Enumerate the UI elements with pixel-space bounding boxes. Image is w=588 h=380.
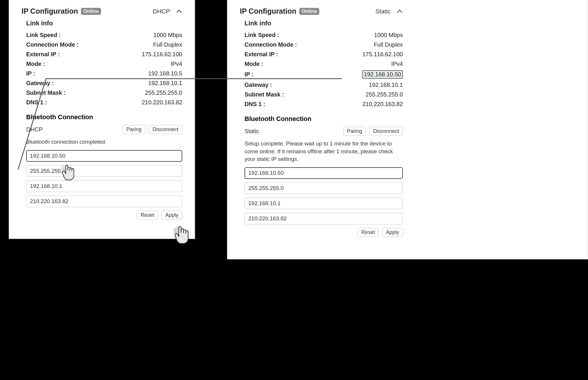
external-ip-value: 175.116.62.100: [362, 51, 403, 58]
external-ip-row: External IP : 175.116.62.100: [26, 51, 182, 58]
link-info-heading: Link info: [245, 20, 403, 27]
link-speed-row: Link Speed : 1000 Mbps: [245, 32, 403, 38]
bluetooth-heading: Bluetooth Connection: [26, 113, 182, 121]
gateway-input[interactable]: [245, 198, 403, 209]
mode-value: IPv4: [391, 61, 403, 67]
disconnect-button[interactable]: Disconnect: [369, 127, 403, 136]
subnet-input[interactable]: [245, 182, 403, 194]
mode-row: Mode : IPv4: [26, 61, 182, 67]
dns1-value: 210.220.163.82: [142, 99, 182, 106]
subnet-label: Subnet Mask :: [26, 89, 66, 96]
ip-label: IP :: [245, 71, 254, 78]
dns1-label: DNS 1 :: [26, 99, 47, 106]
connection-mode-row: Connection Mode : Full Duplex: [26, 41, 182, 48]
dns-input[interactable]: [26, 196, 182, 207]
link-info-heading: Link info: [26, 20, 182, 27]
bluetooth-mode-label: DHCP: [26, 126, 43, 133]
subnet-input[interactable]: [26, 165, 182, 177]
external-ip-label: External IP :: [26, 51, 60, 58]
mode-value: IPv4: [171, 61, 182, 67]
dns1-row: DNS 1 : 210.220.163.82: [26, 99, 182, 106]
link-speed-row: Link Speed : 1000 Mbps: [26, 32, 182, 38]
gateway-row: Gateway : 192.168.10.1: [26, 80, 182, 87]
subnet-row: Subnet Mask : 255.255.255.0: [26, 89, 182, 96]
gateway-row: Gateway : 192.168.10.1: [245, 82, 403, 88]
gateway-value: 192.168.10.1: [148, 80, 182, 87]
ip-input[interactable]: [245, 167, 403, 179]
gateway-input[interactable]: [26, 180, 182, 192]
svg-point-1: [174, 227, 182, 235]
ip-value: 192.168.10.5: [148, 70, 182, 77]
ip-value-highlighted: 192.168.10.50: [362, 70, 403, 79]
connection-mode-value: Full Duplex: [153, 41, 182, 48]
bluetooth-mode-label: Static: [245, 128, 259, 135]
ip-config-panel-static: IP Configuration Online Static Link info…: [227, 0, 588, 259]
mode-label: Mode :: [245, 61, 263, 67]
ip-row: IP : 192.168.10.50: [245, 70, 403, 79]
connection-mode-label: Connection Mode :: [245, 41, 297, 48]
apply-button[interactable]: Apply: [162, 211, 182, 220]
gateway-label: Gateway :: [245, 82, 272, 88]
dns1-label: DNS 1 :: [245, 101, 265, 108]
paring-button[interactable]: Paring: [123, 125, 145, 134]
ip-input[interactable]: [26, 150, 182, 162]
ip-mode-label: DHCP: [153, 8, 170, 15]
chevron-up-icon[interactable]: [396, 8, 403, 15]
connection-mode-label: Connection Mode :: [26, 41, 79, 48]
bluetooth-status-text: Setup complete. Please wait up to 1 minu…: [245, 140, 403, 163]
bluetooth-mode-row: Static Paring Disconnect: [245, 127, 403, 136]
external-ip-label: External IP :: [245, 51, 278, 58]
dns-input[interactable]: [245, 213, 403, 224]
reset-button[interactable]: Reset: [357, 228, 379, 237]
external-ip-value: 175.116.62.100: [142, 51, 182, 58]
link-speed-label: Link Speed :: [26, 32, 61, 38]
ip-row: IP : 192.168.10.5: [26, 70, 182, 77]
subnet-value: 255.255.255.0: [145, 89, 182, 96]
hand-cursor-icon: [171, 224, 194, 249]
panel-header: IP Configuration Online Static: [240, 7, 403, 15]
online-badge: Online: [81, 8, 101, 15]
apply-button[interactable]: Apply: [382, 228, 403, 237]
connection-mode-value: Full Duplex: [374, 41, 403, 48]
ip-mode-label: Static: [375, 8, 391, 15]
ip-label: IP :: [26, 70, 35, 77]
panel-title: IP Configuration: [22, 7, 78, 15]
subnet-row: Subnet Mask : 255.255.255.0: [245, 91, 403, 98]
dns1-row: DNS 1 : 210.220.163.82: [245, 101, 403, 108]
bluetooth-status-text: Bluetooth connection completed.: [26, 138, 182, 146]
chevron-up-icon[interactable]: [176, 8, 182, 15]
link-speed-value: 1000 Mbps: [153, 32, 182, 38]
disconnect-button[interactable]: Disconnect: [149, 125, 182, 134]
mode-row: Mode : IPv4: [245, 61, 403, 67]
gateway-label: Gateway :: [26, 80, 54, 87]
panel-title: IP Configuration: [240, 7, 296, 15]
bluetooth-mode-row: DHCP Paring Disconnect: [26, 125, 182, 134]
connection-mode-row: Connection Mode : Full Duplex: [245, 41, 403, 48]
gateway-value: 192.168.10.1: [369, 82, 403, 88]
panel-header: IP Configuration Online DHCP: [22, 7, 182, 15]
dns1-value: 210.220.163.82: [362, 101, 403, 108]
paring-button[interactable]: Paring: [343, 127, 366, 136]
link-speed-label: Link Speed :: [245, 32, 279, 38]
ip-config-panel-dhcp: IP Configuration Online DHCP Link info L…: [9, 0, 195, 239]
bluetooth-heading: Bluetooth Connection: [245, 115, 403, 123]
reset-button[interactable]: Reset: [137, 211, 158, 220]
subnet-value: 255.255.255.0: [366, 91, 403, 98]
mode-label: Mode :: [26, 61, 45, 67]
link-speed-value: 1000 Mbps: [374, 32, 403, 38]
subnet-label: Subnet Mask :: [245, 91, 284, 98]
external-ip-row: External IP : 175.116.62.100: [245, 51, 403, 58]
online-badge: Online: [299, 8, 319, 15]
